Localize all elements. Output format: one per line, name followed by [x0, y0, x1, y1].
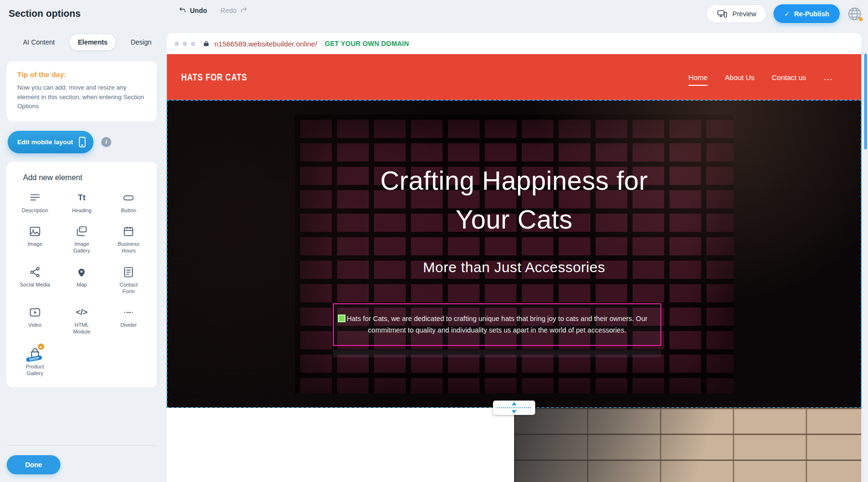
topbar: Section options Undo Redo Preview ✓ Re-P… — [0, 0, 868, 28]
undo-label: Undo — [190, 7, 207, 14]
resize-arrow-down-icon — [512, 410, 516, 413]
redo-button[interactable]: Redo — [221, 6, 248, 14]
site-nav: Home About Us Contact us … — [689, 72, 833, 82]
add-element-title: Add new element — [23, 173, 152, 182]
hero-heading-line1: Crafting Happiness for — [380, 161, 648, 200]
edit-mobile-layout-button[interactable]: Edit mobile layout — [8, 131, 94, 153]
hero-heading[interactable]: Crafting Happiness for Your Cats — [380, 161, 648, 239]
tab-design[interactable]: Design — [122, 34, 160, 51]
element-image[interactable]: Image — [13, 225, 57, 254]
site-logo[interactable]: HATS FOR CATS — [181, 71, 247, 83]
nav-contact[interactable]: Contact us — [772, 73, 806, 81]
tip-body: Now you can add, move and resize any ele… — [17, 83, 146, 111]
window-dot — [183, 42, 187, 46]
section-resize-handle[interactable] — [493, 401, 535, 415]
redo-label: Redo — [221, 7, 236, 14]
check-icon: ✓ — [784, 10, 790, 18]
element-product-gallery[interactable]: SHOP Product Gallery — [13, 347, 57, 377]
canvas-scrollbar[interactable] — [864, 54, 867, 149]
element-description[interactable]: Description — [13, 192, 57, 214]
resize-arrow-up-icon — [512, 402, 516, 405]
upgrade-badge-icon — [38, 344, 44, 350]
tab-ai-content[interactable]: AI Content — [14, 34, 63, 51]
window-dot — [191, 42, 195, 46]
product-gallery-icon: SHOP — [28, 347, 42, 360]
window-dots — [175, 42, 195, 46]
text-element-shadow — [333, 350, 661, 357]
topbar-actions: Preview ✓ Re-Publish — [706, 4, 862, 23]
site-header[interactable]: HATS FOR CATS Home About Us Contact us … — [167, 54, 861, 100]
image-gallery-icon — [75, 225, 88, 238]
nav-about[interactable]: About Us — [725, 73, 755, 81]
lock-icon — [203, 40, 210, 47]
element-html-module[interactable]: </> HTML Module — [60, 306, 103, 335]
element-video[interactable]: Video — [13, 306, 57, 335]
drag-handle[interactable] — [338, 314, 346, 322]
element-business-hours[interactable]: Business Hours — [107, 225, 150, 254]
hero-subheading[interactable]: More than Just Accessories — [167, 259, 861, 275]
hero-section-selected[interactable]: Crafting Happiness for Your Cats More th… — [167, 100, 861, 408]
sidebar-spacer — [0, 387, 167, 445]
map-pin-icon — [75, 266, 88, 278]
site-canvas: n1566589.websitebuilder.online/ GET YOUR… — [167, 33, 861, 482]
get-domain-link[interactable]: GET YOUR OWN DOMAIN — [325, 40, 409, 47]
history-controls: Undo Redo — [178, 6, 248, 14]
undo-button[interactable]: Undo — [178, 6, 207, 14]
contact-form-icon — [122, 266, 135, 278]
window-dot — [175, 42, 179, 46]
divider-icon — [122, 306, 135, 319]
nav-home[interactable]: Home — [689, 73, 708, 81]
edit-mobile-row: Edit mobile layout i — [8, 131, 167, 153]
language-globe-button[interactable] — [847, 6, 862, 22]
code-icon: </> — [76, 306, 88, 319]
notification-dot — [859, 17, 863, 21]
share-icon — [29, 266, 41, 278]
next-section-preview — [167, 408, 861, 482]
resize-dotted-line — [497, 407, 531, 408]
element-contact-form[interactable]: Contact Form — [107, 266, 150, 295]
sidebar-tabs: AI Content Elements Design — [14, 34, 167, 51]
floor-image — [514, 408, 861, 482]
phone-icon — [79, 137, 86, 148]
site-url[interactable]: n1566589.websitebuilder.online/ — [214, 40, 317, 48]
republish-button[interactable]: ✓ Re-Publish — [774, 4, 840, 23]
hero-heading-line2: Your Cats — [380, 200, 648, 239]
heading-icon: Tt — [78, 192, 85, 204]
preview-label: Preview — [732, 10, 756, 18]
calendar-icon — [122, 225, 135, 238]
edit-mobile-label: Edit mobile layout — [17, 138, 73, 146]
page-background — [167, 408, 514, 482]
selected-text-element[interactable]: Hats for Cats, we are dedicated to craft… — [333, 303, 661, 346]
info-icon[interactable]: i — [101, 137, 111, 147]
tip-of-the-day-card: Tip of the day: Now you can add, move an… — [7, 61, 157, 121]
tab-elements[interactable]: Elements — [69, 34, 116, 51]
hero-paragraph[interactable]: Hats for Cats, we are dedicated to craft… — [340, 313, 655, 336]
sidebar-divider — [7, 445, 157, 446]
page-title: Section options — [9, 8, 81, 19]
element-divider[interactable]: Divider — [107, 306, 150, 335]
browser-bar: n1566589.websitebuilder.online/ GET YOUR… — [167, 33, 861, 54]
element-social-media[interactable]: Social Media — [13, 266, 57, 295]
element-map[interactable]: Map — [60, 266, 103, 295]
preview-button[interactable]: Preview — [706, 4, 766, 23]
nav-more-icon[interactable]: … — [823, 72, 833, 82]
video-icon — [29, 306, 41, 319]
sidebar: AI Content Elements Design Tip of the da… — [0, 28, 167, 482]
description-icon — [29, 192, 41, 204]
preview-devices-icon — [716, 9, 728, 19]
redo-icon — [240, 6, 248, 14]
republish-label: Re-Publish — [794, 10, 829, 18]
button-icon — [122, 192, 135, 204]
element-grid: Description Tt Heading Button Image Imag… — [12, 192, 152, 377]
undo-icon — [178, 6, 187, 14]
done-button[interactable]: Done — [7, 455, 60, 474]
element-image-gallery[interactable]: Image Gallery — [60, 225, 103, 254]
element-button[interactable]: Button — [107, 192, 150, 214]
tip-title: Tip of the day: — [17, 70, 146, 79]
image-icon — [29, 225, 41, 238]
element-heading[interactable]: Tt Heading — [60, 192, 103, 214]
add-element-panel: Add new element Description Tt Heading B… — [7, 162, 157, 388]
